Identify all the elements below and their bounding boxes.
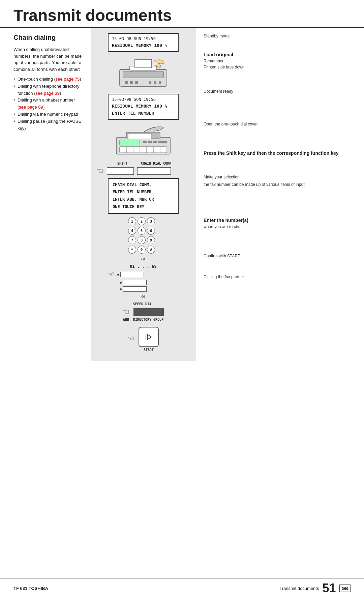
menu-line1: CHAIN DIAL COMM. <box>113 181 174 189</box>
shift-label: SHIFT <box>109 162 136 165</box>
link-page75[interactable]: see page 75 <box>56 77 80 82</box>
enter-numbers-item: Enter the number(s) when you are ready. <box>204 218 357 230</box>
confirm-start-item: Confirm with START <box>204 253 357 259</box>
key-hash[interactable]: # <box>147 246 155 254</box>
start-label: START <box>139 348 159 352</box>
enter-numbers-title: Enter the number(s) <box>204 218 357 223</box>
doc-ready-text: Document ready <box>204 88 357 94</box>
key-9[interactable]: 9 <box>147 236 155 244</box>
right-column: Standby mode Load original Remember:Prin… <box>195 28 364 361</box>
speed-dial-label: SPEED DIAL <box>133 302 153 306</box>
dialling-fax-text: Dialling the fax partner <box>204 274 357 280</box>
svg-rect-18 <box>120 147 167 153</box>
shift-key-row: ☞ <box>97 167 190 175</box>
speed-dial-row: ☞ <box>97 308 190 316</box>
lcd1-date: 15-03-98 SUN 19:56 <box>112 36 175 42</box>
abbr-key-1[interactable] <box>120 272 144 277</box>
range-text: 01 . . . 69 <box>130 264 156 269</box>
abbr-row-1: ☞ <box>108 270 179 279</box>
svg-rect-6 <box>135 81 138 84</box>
svg-rect-3 <box>135 59 152 68</box>
svg-rect-16 <box>153 141 157 143</box>
hand-icon-1: ☞ <box>97 167 103 175</box>
link-page69[interactable]: see page 69 <box>19 105 43 110</box>
key-8[interactable]: 8 <box>138 236 146 244</box>
speed-dial-button[interactable] <box>133 308 164 316</box>
confirm-start-text: Confirm with START <box>204 253 357 259</box>
start-button[interactable] <box>139 327 159 347</box>
dialling-fax-item: Dialling the fax partner <box>204 274 357 280</box>
open-cover-item: Open the one-touch dial cover <box>204 121 357 127</box>
lcd-display-1: 15-03-98 SUN 19:56 RESIDUAL MEMORY 100 % <box>108 33 179 52</box>
footer: TF 631 TOSHIBA Transmit documents 51 GB <box>0 578 364 598</box>
make-selection-text: Make your selection <box>204 174 357 180</box>
bullet-item-5: Dialling pause (using the PAUSE key) <box>13 118 84 132</box>
svg-marker-25 <box>147 334 151 340</box>
bullet-item-1: One-touch dialling (see page 75) <box>13 76 84 83</box>
abbr-key-2[interactable] <box>123 280 147 285</box>
svg-point-8 <box>154 81 156 84</box>
key-7[interactable]: 7 <box>128 236 136 244</box>
bullet-item-2: Dialling with telephone directory functi… <box>13 83 84 97</box>
menu-line2: ENTER TEL NUMBER <box>113 189 174 196</box>
abbr-row-2 <box>120 280 179 285</box>
abbr-area: 01 . . . 69 ☞ <box>108 263 179 292</box>
svg-rect-13 <box>120 140 140 145</box>
enter-numbers-sub: when you are ready. <box>204 224 357 230</box>
left-column: Chain dialing When dialling unabbreviate… <box>0 28 91 361</box>
doc-ready-item: Document ready <box>204 88 357 94</box>
lcd2-date: 15-03-98 SUN 19:56 <box>112 96 175 103</box>
lcd1-line1: RESIDUAL MEMORY 100 % <box>112 42 175 49</box>
svg-point-7 <box>149 81 151 84</box>
footer-left: TF 631 TOSHIBA <box>13 586 48 591</box>
key-5[interactable]: 5 <box>138 227 146 235</box>
intro-text: When dialling unabbreviated numbers, the… <box>13 46 84 73</box>
keypad-row-4: * 0 # <box>128 246 158 254</box>
svg-rect-15 <box>148 141 152 143</box>
make-selection-sub: the fax number can be made up of various… <box>204 181 357 188</box>
fax-illustration-1 <box>110 56 177 90</box>
bullet-list: One-touch dialling (see page 75) Diallin… <box>13 76 84 132</box>
link-page39[interactable]: see page 39 <box>35 91 60 96</box>
svg-rect-4 <box>125 81 128 84</box>
load-original-sub: Remember:Printed side face down <box>204 58 357 70</box>
dot-3 <box>120 288 122 290</box>
open-cover-text: Open the one-touch dial cover <box>204 121 357 127</box>
keypad-row-3: 7 8 9 <box>128 236 158 244</box>
svg-rect-1 <box>123 71 163 78</box>
make-selection-item: Make your selection the fax number can b… <box>204 174 357 188</box>
key-4[interactable]: 4 <box>128 227 136 235</box>
abbr-row-3 <box>120 286 179 292</box>
load-original-item: Load original Remember:Printed side face… <box>204 52 357 70</box>
menu-line3: ENTER ABB. NBR OR <box>113 196 174 203</box>
dot-2 <box>120 282 122 284</box>
numeric-keypad: 1 2 3 4 5 6 7 8 9 * 0 # <box>128 217 158 254</box>
page-number: 51 <box>322 581 336 595</box>
lcd-display-2: 15-03-98 SUN 19:56 RESIDUAL MEMORY 100 %… <box>108 94 179 120</box>
hand-icon-3: ☞ <box>123 308 129 316</box>
section-title: Chain dialing <box>13 34 84 41</box>
key-star[interactable]: * <box>128 246 136 254</box>
shift-labels: SHIFT CHAIN DIAL COMM <box>109 162 190 165</box>
hand-icon-2: ☞ <box>108 270 115 279</box>
key-1[interactable]: 1 <box>128 217 136 225</box>
menu-line4: ONE TOUCH KEY <box>113 203 174 211</box>
lcd2-line1: RESIDUAL MEMORY 100 % <box>112 103 175 110</box>
load-original-title: Load original <box>204 52 357 57</box>
abbr-key-3[interactable] <box>123 286 147 292</box>
key-3[interactable]: 3 <box>147 217 155 225</box>
menu-box: CHAIN DIAL COMM. ENTER TEL NUMBER ENTER … <box>108 178 179 214</box>
bullet-item-4: Dialling via the numeric keypad <box>13 111 84 118</box>
svg-rect-14 <box>143 141 147 143</box>
press-shift-item: Press the Shift key and then the corresp… <box>204 150 357 156</box>
key-0[interactable]: 0 <box>138 246 146 254</box>
fax-illustration-2 <box>110 124 177 158</box>
key-6[interactable]: 6 <box>147 227 155 235</box>
svg-rect-12 <box>128 134 152 139</box>
chain-dial-button[interactable] <box>137 167 171 175</box>
shift-key-button[interactable] <box>107 167 134 175</box>
or-text-2: or <box>97 294 190 299</box>
start-row: ☞ START <box>97 324 190 353</box>
key-2[interactable]: 2 <box>138 217 146 225</box>
press-shift-title: Press the Shift key and then the corresp… <box>204 150 357 156</box>
